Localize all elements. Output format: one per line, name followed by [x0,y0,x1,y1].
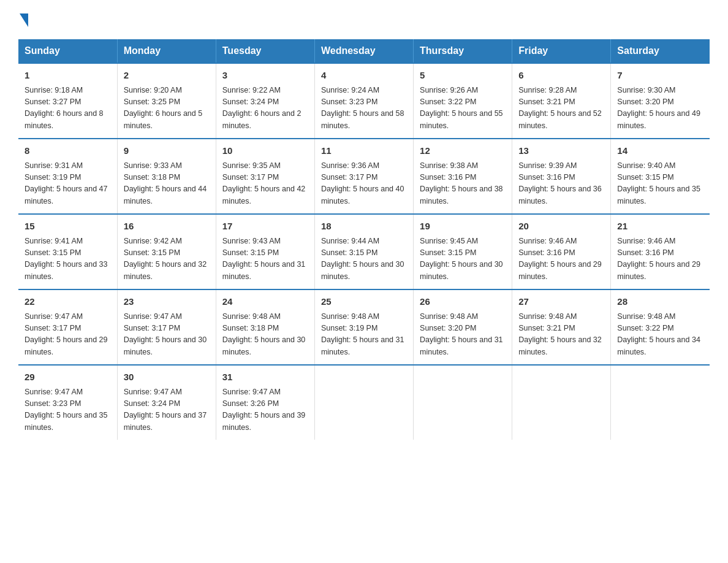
calendar-day-cell: 26Sunrise: 9:48 AMSunset: 3:20 PMDayligh… [414,289,512,365]
weekday-header-row: SundayMondayTuesdayWednesdayThursdayFrid… [18,39,710,63]
calendar-day-cell: 27Sunrise: 9:48 AMSunset: 3:21 PMDayligh… [512,289,611,365]
day-info: Sunrise: 9:31 AMSunset: 3:19 PMDaylight:… [25,160,111,208]
calendar-day-cell: 19Sunrise: 9:45 AMSunset: 3:15 PMDayligh… [414,214,512,289]
day-number: 3 [222,69,308,83]
day-info: Sunrise: 9:48 AMSunset: 3:20 PMDaylight:… [420,311,506,359]
weekday-header-friday: Friday [512,39,611,63]
calendar-day-cell: 4Sunrise: 9:24 AMSunset: 3:23 PMDaylight… [314,63,413,139]
day-number: 9 [124,144,210,158]
day-info: Sunrise: 9:46 AMSunset: 3:16 PMDaylight:… [518,236,604,283]
day-info: Sunrise: 9:40 AMSunset: 3:15 PMDaylight:… [617,160,703,208]
day-number: 13 [518,144,604,158]
weekday-header-tuesday: Tuesday [216,39,314,63]
day-info: Sunrise: 9:24 AMSunset: 3:23 PMDaylight:… [321,85,407,132]
calendar-week-row: 29Sunrise: 9:47 AMSunset: 3:23 PMDayligh… [18,365,710,440]
day-info: Sunrise: 9:47 AMSunset: 3:26 PMDaylight:… [222,386,308,434]
day-info: Sunrise: 9:48 AMSunset: 3:19 PMDaylight:… [321,311,407,359]
calendar-day-cell: 11Sunrise: 9:36 AMSunset: 3:17 PMDayligh… [314,139,413,214]
calendar-day-cell: 18Sunrise: 9:44 AMSunset: 3:15 PMDayligh… [314,214,413,289]
day-number: 23 [124,295,210,309]
day-number: 25 [321,295,407,309]
day-info: Sunrise: 9:26 AMSunset: 3:22 PMDaylight:… [420,85,506,132]
weekday-header-sunday: Sunday [18,39,117,63]
day-info: Sunrise: 9:47 AMSunset: 3:24 PMDaylight:… [124,386,210,434]
calendar-day-cell [512,365,611,440]
calendar-day-cell: 13Sunrise: 9:39 AMSunset: 3:16 PMDayligh… [512,139,611,214]
day-number: 21 [617,220,703,234]
day-info: Sunrise: 9:30 AMSunset: 3:20 PMDaylight:… [617,85,703,132]
day-number: 12 [420,144,506,158]
calendar-day-cell: 14Sunrise: 9:40 AMSunset: 3:15 PMDayligh… [611,139,710,214]
day-number: 16 [124,220,210,234]
day-info: Sunrise: 9:46 AMSunset: 3:16 PMDaylight:… [617,236,703,283]
day-info: Sunrise: 9:44 AMSunset: 3:15 PMDaylight:… [321,236,407,283]
day-number: 4 [321,69,407,83]
calendar-week-row: 15Sunrise: 9:41 AMSunset: 3:15 PMDayligh… [18,214,710,289]
day-info: Sunrise: 9:38 AMSunset: 3:16 PMDaylight:… [420,160,506,208]
day-number: 11 [321,144,407,158]
calendar-day-cell [414,365,512,440]
day-number: 29 [25,370,111,385]
calendar-day-cell [314,365,413,440]
calendar-day-cell: 3Sunrise: 9:22 AMSunset: 3:24 PMDaylight… [216,63,314,139]
calendar-day-cell: 6Sunrise: 9:28 AMSunset: 3:21 PMDaylight… [512,63,611,139]
calendar-day-cell: 5Sunrise: 9:26 AMSunset: 3:22 PMDaylight… [414,63,512,139]
calendar-day-cell: 10Sunrise: 9:35 AMSunset: 3:17 PMDayligh… [216,139,314,214]
day-number: 2 [124,69,210,83]
day-number: 20 [518,220,604,234]
calendar-day-cell: 29Sunrise: 9:47 AMSunset: 3:23 PMDayligh… [18,365,117,440]
day-info: Sunrise: 9:47 AMSunset: 3:17 PMDaylight:… [25,311,111,359]
calendar-day-cell: 25Sunrise: 9:48 AMSunset: 3:19 PMDayligh… [314,289,413,365]
logo [18,12,28,27]
calendar-day-cell: 12Sunrise: 9:38 AMSunset: 3:16 PMDayligh… [414,139,512,214]
day-number: 1 [25,69,111,83]
day-info: Sunrise: 9:33 AMSunset: 3:18 PMDaylight:… [124,160,210,208]
page-header [18,12,710,27]
calendar-day-cell: 17Sunrise: 9:43 AMSunset: 3:15 PMDayligh… [216,214,314,289]
day-info: Sunrise: 9:45 AMSunset: 3:15 PMDaylight:… [420,236,506,283]
day-number: 24 [222,295,308,309]
day-info: Sunrise: 9:36 AMSunset: 3:17 PMDaylight:… [321,160,407,208]
day-info: Sunrise: 9:47 AMSunset: 3:17 PMDaylight:… [124,311,210,359]
day-info: Sunrise: 9:28 AMSunset: 3:21 PMDaylight:… [518,85,604,132]
day-info: Sunrise: 9:39 AMSunset: 3:16 PMDaylight:… [518,160,604,208]
calendar-day-cell: 21Sunrise: 9:46 AMSunset: 3:16 PMDayligh… [611,214,710,289]
day-number: 15 [25,220,111,234]
calendar-day-cell: 30Sunrise: 9:47 AMSunset: 3:24 PMDayligh… [117,365,216,440]
weekday-header-wednesday: Wednesday [314,39,413,63]
calendar-day-cell: 2Sunrise: 9:20 AMSunset: 3:25 PMDaylight… [117,63,216,139]
day-info: Sunrise: 9:42 AMSunset: 3:15 PMDaylight:… [124,236,210,283]
calendar-day-cell: 20Sunrise: 9:46 AMSunset: 3:16 PMDayligh… [512,214,611,289]
day-number: 17 [222,220,308,234]
logo-arrow-icon [20,13,28,27]
calendar-day-cell: 22Sunrise: 9:47 AMSunset: 3:17 PMDayligh… [18,289,117,365]
calendar-day-cell: 1Sunrise: 9:18 AMSunset: 3:27 PMDaylight… [18,63,117,139]
calendar-day-cell: 15Sunrise: 9:41 AMSunset: 3:15 PMDayligh… [18,214,117,289]
calendar-day-cell: 28Sunrise: 9:48 AMSunset: 3:22 PMDayligh… [611,289,710,365]
day-number: 18 [321,220,407,234]
calendar-week-row: 1Sunrise: 9:18 AMSunset: 3:27 PMDaylight… [18,63,710,139]
day-number: 30 [124,370,210,385]
weekday-header-thursday: Thursday [414,39,512,63]
calendar-week-row: 8Sunrise: 9:31 AMSunset: 3:19 PMDaylight… [18,139,710,214]
day-info: Sunrise: 9:48 AMSunset: 3:22 PMDaylight:… [617,311,703,359]
calendar-day-cell: 7Sunrise: 9:30 AMSunset: 3:20 PMDaylight… [611,63,710,139]
calendar-day-cell: 23Sunrise: 9:47 AMSunset: 3:17 PMDayligh… [117,289,216,365]
day-info: Sunrise: 9:48 AMSunset: 3:18 PMDaylight:… [222,311,308,359]
day-info: Sunrise: 9:35 AMSunset: 3:17 PMDaylight:… [222,160,308,208]
day-info: Sunrise: 9:18 AMSunset: 3:27 PMDaylight:… [25,85,111,132]
calendar-table: SundayMondayTuesdayWednesdayThursdayFrid… [18,39,710,440]
day-number: 31 [222,370,308,385]
day-number: 19 [420,220,506,234]
day-number: 6 [518,69,604,83]
day-info: Sunrise: 9:48 AMSunset: 3:21 PMDaylight:… [518,311,604,359]
day-number: 27 [518,295,604,309]
day-number: 26 [420,295,506,309]
day-number: 28 [617,295,703,309]
weekday-header-monday: Monday [117,39,216,63]
day-info: Sunrise: 9:22 AMSunset: 3:24 PMDaylight:… [222,85,308,132]
calendar-day-cell: 8Sunrise: 9:31 AMSunset: 3:19 PMDaylight… [18,139,117,214]
day-info: Sunrise: 9:43 AMSunset: 3:15 PMDaylight:… [222,236,308,283]
day-info: Sunrise: 9:20 AMSunset: 3:25 PMDaylight:… [124,85,210,132]
calendar-day-cell: 16Sunrise: 9:42 AMSunset: 3:15 PMDayligh… [117,214,216,289]
